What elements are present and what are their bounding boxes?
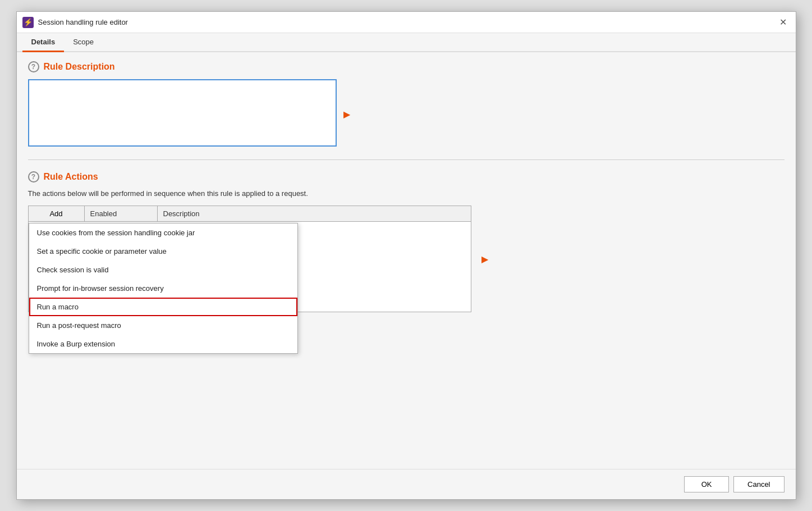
description-arrow-indicator: ▶ xyxy=(343,108,350,119)
col-enabled-header: Enabled xyxy=(85,206,158,221)
description-textarea-container: ▶ xyxy=(28,79,337,148)
add-action-button[interactable]: Add xyxy=(34,209,79,218)
dropdown-item-6[interactable]: Invoke a Burp extension xyxy=(29,335,297,353)
tab-details[interactable]: Details xyxy=(22,33,65,52)
dropdown-item-2[interactable]: Check session is valid xyxy=(29,261,297,279)
rule-actions-table: Add Use cookies from the session handlin… xyxy=(28,206,471,312)
add-action-dropdown: Use cookies from the session handling co… xyxy=(29,223,298,354)
col-description-header: Description xyxy=(158,206,471,221)
table-arrow-indicator: ▶ xyxy=(481,254,488,264)
tab-scope[interactable]: Scope xyxy=(64,33,103,52)
dropdown-item-5[interactable]: Run a post-request macro xyxy=(29,316,297,335)
burp-icon: ⚡ xyxy=(22,17,34,28)
rule-description-input[interactable] xyxy=(28,79,337,147)
rule-actions-description: The actions below will be performed in s… xyxy=(28,189,785,198)
section-divider xyxy=(28,159,785,160)
add-button-wrapper: Add Use cookies from the session handlin… xyxy=(29,206,85,221)
dropdown-item-0[interactable]: Use cookies from the session handling co… xyxy=(29,223,297,242)
dialog-footer: OK Cancel xyxy=(17,469,796,499)
dropdown-item-run-macro[interactable]: Run a macro xyxy=(29,298,297,316)
window-title: Session handling rule editor xyxy=(38,18,128,26)
rule-actions-title: Rule Actions xyxy=(44,172,98,182)
cancel-button[interactable]: Cancel xyxy=(733,476,784,492)
rule-description-header: ? Rule Description xyxy=(28,61,785,72)
title-bar-left: ⚡ Session handling rule editor xyxy=(22,17,128,28)
table-header-row: Add Use cookies from the session handlin… xyxy=(29,206,471,222)
title-bar: ⚡ Session handling rule editor ✕ xyxy=(17,12,796,33)
tabs-bar: Details Scope xyxy=(17,33,796,52)
rule-description-help-icon[interactable]: ? xyxy=(28,61,39,72)
close-button[interactable]: ✕ xyxy=(777,16,790,29)
ok-button[interactable]: OK xyxy=(684,476,729,492)
dialog-window: ⚡ Session handling rule editor ✕ Details… xyxy=(16,11,796,500)
dropdown-item-3[interactable]: Prompt for in-browser session recovery xyxy=(29,279,297,298)
dropdown-item-1[interactable]: Set a specific cookie or parameter value xyxy=(29,242,297,261)
content-area: ? Rule Description ▶ ? Rule Actions The … xyxy=(17,52,796,469)
rule-actions-header: ? Rule Actions xyxy=(28,171,785,182)
rule-description-title: Rule Description xyxy=(44,62,115,72)
rule-actions-help-icon[interactable]: ? xyxy=(28,171,39,182)
